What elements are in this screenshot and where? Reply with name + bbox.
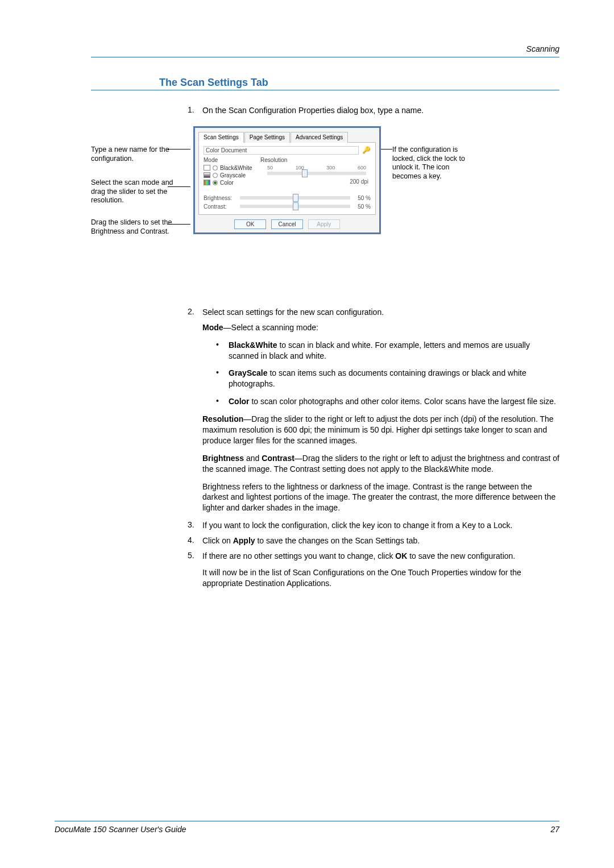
bullet-icon: • [216,368,229,389]
mode-heading: Mode [204,157,260,163]
mode-color[interactable]: Color [204,180,260,186]
footer-title: DocuMate 150 Scanner User's Guide [55,825,186,834]
resolution-value: 200 dpi [263,178,371,185]
page-number: 27 [550,825,559,834]
resolution-heading: Resolution [260,157,287,163]
tick-label: 50 [267,165,273,171]
leader-line [168,186,190,187]
mode-blackwhite[interactable]: Black&White [204,165,260,171]
step-number: 5. [188,551,202,589]
leader-line [168,149,190,149]
step-text: Select scan settings for the new scan co… [202,307,559,318]
radio-icon [213,180,218,185]
mode-grayscale[interactable]: Grayscale [204,172,260,178]
tab-bar: Scan Settings Page Settings Advanced Set… [198,131,376,143]
tick-label: 300 [326,165,335,171]
radio-icon [213,173,218,178]
resolution-paragraph: Resolution—Drag the slider to the right … [202,414,559,446]
step-text: On the Scan Configuration Properties dia… [202,105,559,116]
mode-label: Grayscale [220,172,246,178]
step-number: 2. [188,307,202,318]
contrast-label: Contrast: [204,203,237,210]
tick-label: 600 [358,165,366,171]
bullet-text: Color to scan color photographs and othe… [229,396,559,407]
slider-thumb-icon[interactable] [302,169,308,177]
tab-scan-settings[interactable]: Scan Settings [198,132,244,143]
callout-mode: Select the scan mode and drag the slider… [91,178,176,205]
slider-thumb-icon[interactable] [293,202,298,210]
leader-line [381,149,392,149]
header-rule [91,57,559,57]
callout-lock: If the configuration is locked, click th… [392,146,472,181]
step-followup: It will now be in the list of Scan Confi… [202,567,559,589]
contrast-slider[interactable] [240,205,350,208]
mode-label: Color [220,180,234,186]
scan-settings-dialog: Scan Settings Page Settings Advanced Set… [193,126,381,234]
step-number: 3. [188,520,202,531]
brightness-contrast-detail: Brightness refers to the lightness or da… [202,481,559,514]
brightness-value: 50 % [354,195,371,201]
mode-intro: Mode—Select a scanning mode: [202,322,559,333]
leader-line [168,224,190,225]
step-number: 4. [188,535,202,546]
running-header: Scanning [91,44,559,53]
brightness-contrast-paragraph: Brightness and Contrast—Drag the sliders… [202,453,559,475]
brightness-label: Brightness: [204,195,237,201]
bullet-text: GrayScale to scan items such as document… [229,368,559,389]
brightness-slider[interactable] [240,196,350,200]
mode-label: Black&White [220,165,252,171]
footer-rule [55,821,559,821]
bullet-text: Black&White to scan in black and white. … [229,340,559,362]
bw-swatch-icon [204,165,210,171]
slider-thumb-icon[interactable] [293,194,298,202]
config-name-input[interactable]: Color Document [204,146,359,155]
callout-name: Type a new name for the configuration. [91,146,176,163]
section-heading: The Scan Settings Tab [159,77,559,89]
step-text: If there are no other settings you want … [202,551,559,562]
grayscale-swatch-icon [204,172,210,178]
step-number: 1. [188,105,202,116]
heading-rule [91,90,559,90]
cancel-button[interactable]: Cancel [271,219,303,229]
callout-sliders: Drag the sliders to set the Brightness a… [91,218,176,236]
ok-button[interactable]: OK [234,219,266,229]
step-text: Click on Apply to save the changes on th… [202,535,559,546]
radio-icon [213,165,218,171]
contrast-value: 50 % [354,203,371,210]
apply-button[interactable]: Apply [308,219,340,229]
step-text: If you want to lock the configuration, c… [202,520,559,531]
figure: Type a new name for the configuration. S… [91,126,559,291]
bullet-icon: • [216,340,229,362]
resolution-slider[interactable] [267,172,366,175]
tab-advanced-settings[interactable]: Advanced Settings [291,132,348,143]
bullet-icon: • [216,396,229,407]
color-swatch-icon [204,180,210,185]
lock-key-icon[interactable]: 🔑 [362,146,371,154]
tab-page-settings[interactable]: Page Settings [244,132,290,143]
